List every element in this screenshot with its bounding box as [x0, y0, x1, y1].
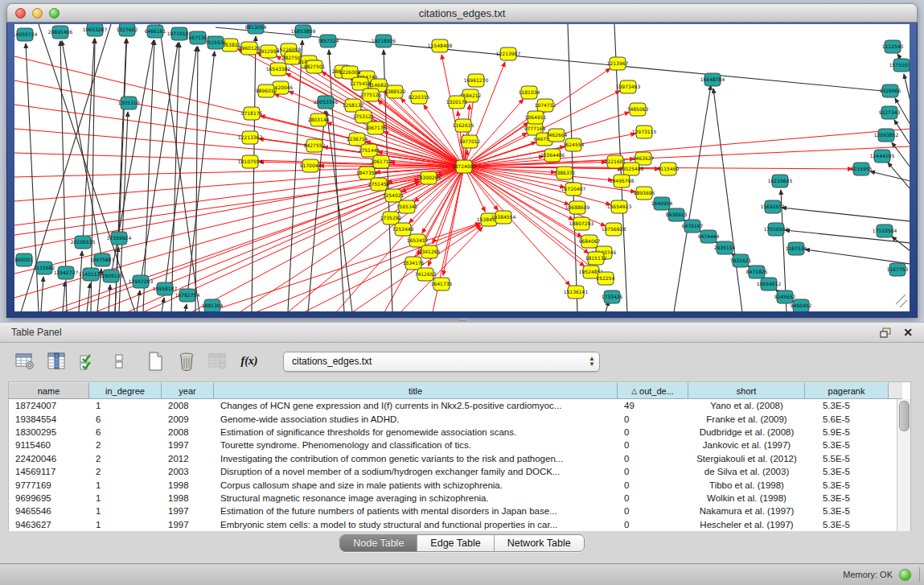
graph-node[interactable]: 9170044: [300, 159, 322, 172]
scrollbar-thumb[interactable]: [899, 401, 910, 431]
graph-node[interactable]: 16961270: [464, 74, 489, 87]
graph-node[interactable]: 1181034: [519, 86, 540, 99]
graph-node[interactable]: 11548408: [428, 39, 453, 52]
tab-node-table[interactable]: Node Table: [340, 535, 417, 551]
graph-node[interactable]: 17957253: [129, 275, 154, 288]
graph-node[interactable]: 16210645: [768, 175, 793, 187]
graph-node[interactable]: 7412653: [415, 268, 437, 281]
table-selector-dropdown[interactable]: citations_edges.txt ▲▼: [283, 352, 600, 372]
graph-node[interactable]: 2803144: [308, 113, 330, 126]
graph-node[interactable]: 12444195: [870, 150, 895, 163]
graph-node[interactable]: 9827501: [304, 60, 326, 73]
tab-network-table[interactable]: Network Table: [495, 535, 584, 551]
graph-node[interactable]: 7515536: [205, 36, 227, 49]
column-header-year[interactable]: year: [162, 382, 214, 399]
graph-node[interactable]: 7485063: [627, 103, 649, 116]
column-header-short[interactable]: short: [688, 382, 805, 399]
graph-node[interactable]: 1213967: [607, 57, 629, 70]
graph-node[interactable]: 17016504: [764, 223, 789, 236]
minimize-window-button[interactable]: [32, 8, 43, 19]
graph-node[interactable]: 1162615: [453, 119, 474, 132]
graph-node[interactable]: 9115460: [658, 163, 680, 175]
column-header-pagerank[interactable]: pagerank: [805, 382, 889, 399]
graph-node[interactable]: 8471826: [746, 266, 768, 278]
graph-node[interactable]: 1640954: [651, 197, 673, 210]
graph-node[interactable]: 3061712: [371, 155, 392, 168]
table-row[interactable]: 969969511998Structural magnetic resonanc…: [9, 492, 910, 505]
graph-node[interactable]: 12213363: [238, 131, 263, 144]
graph-node[interactable]: 6466161: [145, 25, 166, 38]
checkboxes-button[interactable]: [109, 351, 129, 372]
graph-node[interactable]: 10756928: [602, 223, 626, 236]
graph-node[interactable]: 1733426: [602, 290, 623, 303]
zoom-window-button[interactable]: [49, 8, 60, 19]
graph-node[interactable]: 8215955: [851, 163, 873, 175]
graph-node[interactable]: 16853809: [291, 25, 316, 38]
close-panel-icon[interactable]: ✕: [903, 327, 913, 338]
table-row[interactable]: 911546021997Tourette syndrome. Phenomeno…: [9, 439, 910, 451]
graph-node[interactable]: 2751452: [368, 178, 390, 191]
graph-node[interactable]: 7857224: [318, 35, 339, 47]
graph-node[interactable]: 6479197: [682, 220, 704, 233]
graph-node[interactable]: 1815132: [585, 252, 607, 265]
graph-node[interactable]: 1115682: [34, 262, 55, 274]
graph-node[interactable]: 12213987: [496, 47, 521, 60]
graph-node[interactable]: 15751074: [889, 59, 910, 72]
graph-node[interactable]: 1641735: [431, 278, 453, 290]
graph-node[interactable]: 18495798: [610, 175, 634, 187]
graph-node[interactable]: 252254: [597, 272, 615, 285]
select-columns-button[interactable]: [46, 351, 67, 372]
graph-node[interactable]: 12973115: [632, 126, 657, 138]
graph-node[interactable]: 7932621: [730, 254, 752, 267]
graph-node[interactable]: 10654012: [757, 278, 782, 290]
close-window-button[interactable]: [15, 8, 26, 19]
new-column-button[interactable]: [145, 351, 166, 372]
column-header-name[interactable]: name: [9, 382, 89, 399]
graph-node[interactable]: 1881304: [202, 299, 224, 311]
graph-node[interactable]: 2775126: [360, 89, 382, 101]
table-row[interactable]: 1830029562008Estimation of significance …: [9, 426, 910, 439]
graph-node[interactable]: 8220315: [409, 91, 430, 104]
graph-node[interactable]: 9227343: [879, 106, 901, 119]
graph-node[interactable]: 1167534: [786, 242, 807, 255]
table-row[interactable]: 946554611997Estimation of the future num…: [9, 505, 910, 517]
graph-node[interactable]: 9893695: [634, 187, 655, 200]
table-row[interactable]: 1456911722003Disruption of a novel membe…: [9, 465, 910, 478]
graph-node[interactable]: 17103504: [873, 225, 897, 237]
graph-node[interactable]: 7253448: [392, 223, 414, 236]
float-panel-icon[interactable]: [880, 328, 892, 338]
graph-node[interactable]: 1167753: [887, 263, 909, 276]
graph-node[interactable]: 15136141: [564, 286, 589, 299]
function-builder-button[interactable]: f(x): [239, 351, 260, 372]
graph-node[interactable]: 10975887: [90, 253, 115, 266]
graph-node[interactable]: 1320171: [446, 96, 468, 109]
tab-edge-table[interactable]: Edge Table: [417, 535, 494, 551]
graph-node[interactable]: 1527602: [117, 24, 138, 36]
graph-node[interactable]: 7254021: [383, 189, 405, 202]
graph-node[interactable]: 3624554: [563, 138, 585, 151]
graph-node[interactable]: 20053346: [314, 96, 339, 109]
table-settings-button[interactable]: [14, 351, 35, 372]
graph-node[interactable]: 9329966: [880, 84, 901, 97]
graph-node[interactable]: 9245652: [774, 290, 796, 303]
graph-node[interactable]: 2718176: [241, 107, 263, 120]
delete-columns-button[interactable]: [176, 351, 197, 372]
vertical-scrollbar[interactable]: [897, 399, 910, 531]
graph-node[interactable]: 2935114: [714, 241, 736, 254]
graph-node[interactable]: 11451134: [79, 268, 104, 281]
column-header-title[interactable]: title: [214, 382, 618, 399]
graph-node[interactable]: 7462664: [546, 129, 568, 142]
network-window-titlebar[interactable]: citations_edges.txt: [6, 3, 918, 23]
column-header-in_degree[interactable]: in_degree: [89, 382, 162, 399]
graph-node[interactable]: 7386372: [554, 167, 576, 179]
graph-node[interactable]: 7165341: [396, 200, 418, 213]
selection-checks-button[interactable]: [77, 351, 98, 372]
graph-node[interactable]: 1388520: [384, 85, 406, 98]
graph-node[interactable]: 19218506: [372, 35, 396, 47]
table-row[interactable]: 1872400712008Changes of HCN gene express…: [9, 399, 910, 412]
graph-node[interactable]: 8938923: [666, 208, 688, 221]
graph-node[interactable]: 16720407: [561, 183, 586, 196]
graph-node[interactable]: 10688609: [565, 201, 590, 214]
graph-node[interactable]: 9684067: [579, 235, 601, 248]
graph-node[interactable]: 8813054: [245, 24, 267, 34]
